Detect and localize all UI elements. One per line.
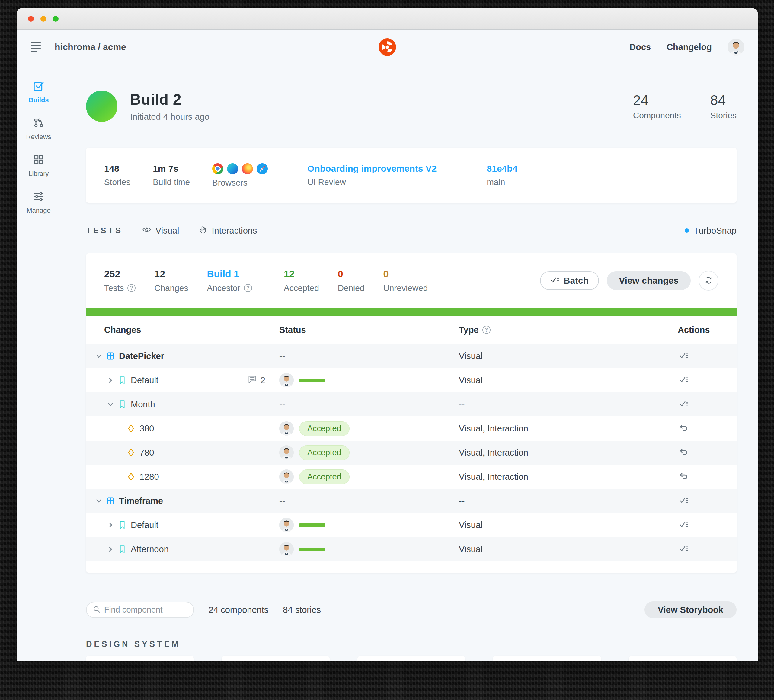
chromatic-logo-icon xyxy=(379,38,396,56)
undo-button[interactable] xyxy=(678,471,690,484)
commit-link[interactable]: 81e4b4 xyxy=(487,163,518,174)
search-icon xyxy=(93,605,101,614)
undo-button[interactable] xyxy=(678,446,690,459)
component-search[interactable] xyxy=(86,602,194,618)
row-type: Visual, Interaction xyxy=(459,472,678,482)
view-changes-button[interactable]: View changes xyxy=(607,271,691,290)
row-status: -- xyxy=(279,496,459,506)
eye-icon xyxy=(142,225,151,236)
story-icon xyxy=(118,400,126,409)
story-icon xyxy=(118,521,126,529)
table-row[interactable]: DatePicker -- Visual xyxy=(86,344,737,368)
help-icon[interactable]: ? xyxy=(482,326,491,334)
help-icon[interactable]: ? xyxy=(127,284,136,292)
chrome-icon xyxy=(212,163,223,174)
table-row[interactable]: Afternoon Visual xyxy=(86,537,737,561)
window-titlebar xyxy=(17,8,758,30)
reviews-icon xyxy=(33,117,44,130)
search-input[interactable] xyxy=(104,605,187,615)
visual-tests-toggle[interactable]: Visual xyxy=(142,225,179,236)
column-status: Status xyxy=(279,325,459,335)
design-system-cards xyxy=(86,655,737,661)
branch-link[interactable]: Onboarding improvements V2 xyxy=(307,163,437,174)
interactions-tests-toggle[interactable]: Interactions xyxy=(198,225,257,236)
refresh-button[interactable] xyxy=(698,271,718,291)
row-expand-chevron[interactable] xyxy=(95,497,103,505)
app-header: hichroma / acme Docs Changelog xyxy=(17,30,758,65)
stories-summary: 84 stories xyxy=(283,605,321,615)
table-row[interactable]: Month -- -- xyxy=(86,392,737,416)
comment-indicator[interactable]: 2 xyxy=(248,375,265,386)
row-label: Month xyxy=(131,400,155,409)
row-status xyxy=(279,518,459,532)
row-expand-chevron[interactable] xyxy=(95,352,103,360)
build-status-avatar xyxy=(86,91,117,122)
close-window-button[interactable] xyxy=(28,16,34,22)
view-storybook-button[interactable]: View Storybook xyxy=(645,601,737,618)
viewport-icon xyxy=(127,424,135,433)
user-avatar[interactable] xyxy=(728,39,744,56)
refresh-icon xyxy=(704,276,713,286)
minimize-window-button[interactable] xyxy=(40,16,46,22)
row-type: -- xyxy=(459,496,678,506)
batch-accept-button[interactable] xyxy=(678,495,690,507)
org-breadcrumb[interactable]: hichroma / acme xyxy=(55,42,126,52)
row-label: 1280 xyxy=(139,472,159,482)
viewport-icon xyxy=(127,448,135,457)
component-card[interactable] xyxy=(357,655,465,661)
batch-accept-button[interactable] xyxy=(678,518,690,532)
component-icon xyxy=(106,497,115,505)
row-type: Visual xyxy=(459,520,678,530)
table-row[interactable]: Default 2 Visual xyxy=(86,368,737,392)
comment-icon xyxy=(248,375,257,386)
components-footer: 24 components 84 stories View Storybook xyxy=(86,602,737,618)
row-expand-chevron[interactable] xyxy=(107,521,114,529)
docs-link[interactable]: Docs xyxy=(629,42,651,52)
batch-accept-button[interactable] xyxy=(678,543,690,556)
table-row[interactable]: 380 Accepted Visual, Interaction xyxy=(86,416,737,441)
menu-icon[interactable] xyxy=(30,41,42,53)
help-icon[interactable]: ? xyxy=(244,284,252,292)
divider xyxy=(287,158,288,192)
batch-accept-button[interactable] xyxy=(678,398,690,411)
component-card[interactable] xyxy=(86,655,194,661)
row-type: Visual xyxy=(459,375,678,385)
undo-button[interactable] xyxy=(678,422,690,435)
header-nav: Docs Changelog xyxy=(629,39,744,56)
test-stats-card: 252 Tests? 12 Changes Build 1 Ancestor? … xyxy=(86,253,737,308)
undo-icon xyxy=(679,423,688,434)
table-header: Changes Status Type? Actions xyxy=(86,315,737,344)
story-icon xyxy=(118,376,126,385)
row-label: Default xyxy=(131,375,159,385)
sidebar-item-reviews[interactable]: Reviews xyxy=(26,117,51,141)
table-row[interactable]: Timeframe -- -- xyxy=(86,489,737,513)
row-type: Visual, Interaction xyxy=(459,424,678,434)
component-card[interactable] xyxy=(222,655,329,661)
sidebar-item-manage[interactable]: Manage xyxy=(26,191,51,215)
batch-accept-button[interactable] xyxy=(678,350,690,363)
table-row[interactable]: Default Visual xyxy=(86,513,737,537)
turbosnap-indicator[interactable]: TurboSnap xyxy=(685,226,737,236)
changes-count: 12 xyxy=(154,269,188,280)
table-body: DatePicker -- Visual Default 2 Visual Mo… xyxy=(86,344,737,561)
table-row[interactable]: 1280 Accepted Visual, Interaction xyxy=(86,465,737,489)
user-avatar xyxy=(279,542,294,556)
row-expand-chevron[interactable] xyxy=(107,400,114,408)
row-expand-chevron[interactable] xyxy=(107,545,114,553)
build-summary-card: 148 Stories 1m 7s Build time Browsers xyxy=(86,148,737,203)
component-card[interactable] xyxy=(629,655,737,661)
edge-icon xyxy=(227,163,238,174)
zoom-window-button[interactable] xyxy=(53,16,59,22)
status-badge: Accepted xyxy=(299,445,350,460)
row-status: Accepted xyxy=(279,421,459,436)
ancestor-build-link[interactable]: Build 1 xyxy=(207,269,252,280)
table-row[interactable]: 780 Accepted Visual, Interaction xyxy=(86,441,737,465)
batch-button[interactable]: Batch xyxy=(540,271,599,290)
component-card[interactable] xyxy=(493,655,601,661)
sidebar-item-library[interactable]: Library xyxy=(28,154,49,178)
row-expand-chevron[interactable] xyxy=(107,376,114,384)
batch-accept-button[interactable] xyxy=(678,374,690,387)
changelog-link[interactable]: Changelog xyxy=(666,42,712,52)
tests-count: 252 xyxy=(104,269,136,280)
sidebar-item-builds[interactable]: Builds xyxy=(28,81,49,104)
